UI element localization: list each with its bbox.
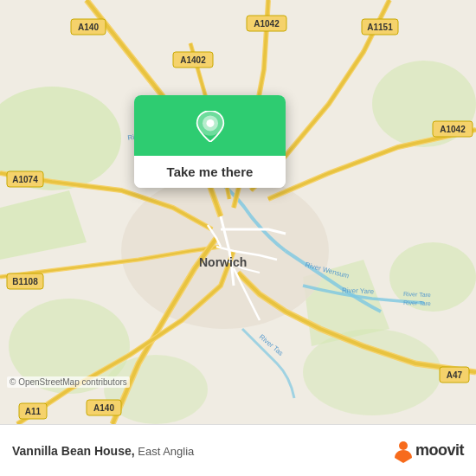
road-label-a1042-e: A1042 (440, 125, 466, 134)
river-label-tare1: River Tare (403, 291, 431, 298)
road-label-a1151: A1151 (367, 23, 393, 32)
road-label-a1402: A1402 (180, 55, 206, 65)
take-me-there-button[interactable]: Take me there (134, 156, 286, 188)
location-info: Vannilla Bean House, East Anglia (12, 444, 194, 458)
moovit-icon (393, 439, 414, 463)
road-label-a140-nw: A140 (78, 23, 99, 32)
road-label-a11: A11 (25, 407, 42, 416)
svg-point-22 (206, 119, 214, 127)
river-label-tare2: River Tare (403, 299, 431, 306)
location-name: Vannilla Bean House, (12, 444, 135, 458)
road-label-a140-s: A140 (93, 403, 114, 413)
copyright-text: © OpenStreetMap contributors (7, 376, 130, 388)
moovit-brand-text: moovit (415, 441, 464, 460)
location-popup: Take me there (134, 95, 286, 188)
popup-header (134, 95, 286, 156)
moovit-logo: moovit (393, 439, 464, 463)
road-label-a1042-n: A1042 (254, 19, 280, 29)
bottom-bar: Vannilla Bean House, East Anglia moovit (0, 424, 476, 476)
river-label-yare: River Yare (342, 286, 375, 295)
location-region: East Anglia (138, 445, 194, 458)
city-label-norwich: Norwich (199, 255, 247, 269)
map-pin-icon (195, 111, 226, 142)
svg-point-9 (121, 173, 329, 329)
road-label-a47: A47 (447, 370, 463, 380)
road-label-a1074: A1074 (12, 175, 38, 184)
svg-point-23 (399, 441, 408, 450)
map-container[interactable]: A140 A1042 A1151 A1042 A1402 A1074 B1108… (0, 0, 476, 424)
road-label-b1108: B1108 (12, 277, 38, 286)
svg-point-5 (303, 329, 441, 415)
